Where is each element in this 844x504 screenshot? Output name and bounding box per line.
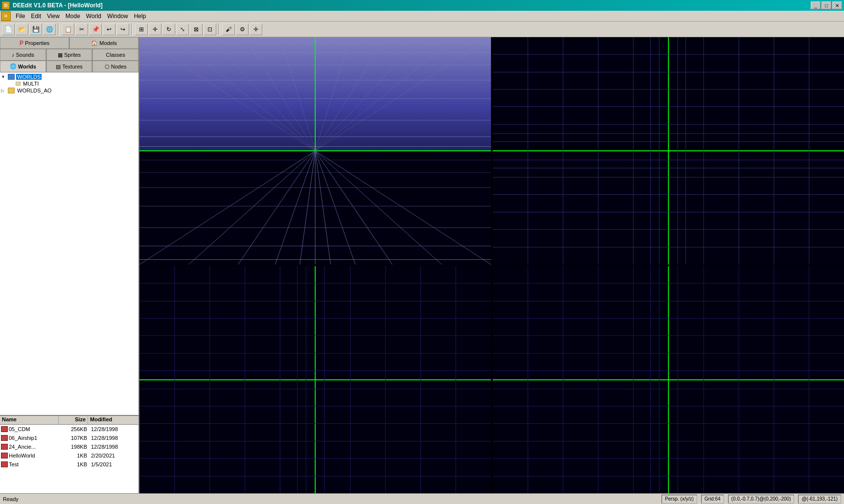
toolbar-globe[interactable]: 🌐 xyxy=(43,23,56,35)
file-list: Name Size Modified 05_CDM 256KB 12/28/19… xyxy=(0,415,138,493)
title-bar: D DEEdit V1.0 BETA - [HelloWorld] _ □ ✕ xyxy=(0,0,844,11)
file-name-3: HelloWorld xyxy=(9,453,60,458)
front-view-grid xyxy=(139,266,491,494)
window-controls[interactable]: _ □ ✕ xyxy=(811,1,842,9)
toolbar-save[interactable]: 💾 xyxy=(29,23,42,35)
nodes-icon: ⬡ xyxy=(105,64,110,70)
file-row-2[interactable]: 24_Ancie... 198KB 12/28/1998 xyxy=(0,442,138,451)
toolbar-zoom-fit[interactable]: ⊠ xyxy=(190,23,203,35)
nodes-label: Nodes xyxy=(111,64,127,69)
viewport-top[interactable] xyxy=(493,37,844,265)
toolbar-select[interactable]: ⊞ xyxy=(135,23,148,35)
tree-item-worlds-ao[interactable]: ▷ WORLDS_AO xyxy=(1,87,137,94)
file-modified-1: 12/28/1998 xyxy=(89,435,138,441)
expand-worlds-ao[interactable]: ▷ xyxy=(1,88,8,93)
menu-app-icon: D xyxy=(1,11,11,21)
tab-nodes[interactable]: ⬡ Nodes xyxy=(92,61,138,72)
file-name-1: 06_Airship1 xyxy=(9,435,60,441)
worlds-label: Worlds xyxy=(18,64,36,69)
menu-edit[interactable]: Edit xyxy=(28,12,44,21)
status-ready: Ready xyxy=(3,496,657,502)
tab-sprites[interactable]: ▦ Sprites xyxy=(46,49,92,60)
tree-label-multi[interactable]: MULTI xyxy=(22,81,40,87)
toolbar-undo[interactable]: ↩ xyxy=(103,23,115,35)
file-size-0: 256KB xyxy=(60,426,89,432)
viewport-side[interactable] xyxy=(493,266,844,494)
tab-models[interactable]: 🏠 Models xyxy=(69,37,138,48)
toolbar-cut[interactable]: ✂ xyxy=(75,23,88,35)
toolbar-crosshair[interactable]: ✛ xyxy=(250,23,262,35)
left-panel: P Properties 🏠 Models ♪ Sounds ▦ Sprites… xyxy=(0,37,139,493)
tab-properties[interactable]: P Properties xyxy=(0,37,69,48)
window-title: DEEdit V1.0 BETA - [HelloWorld] xyxy=(13,2,103,9)
menu-view[interactable]: View xyxy=(44,12,63,21)
viewport-front[interactable] xyxy=(139,266,491,494)
toolbar-open[interactable]: 📂 xyxy=(16,23,28,35)
tab-classes[interactable]: Classes xyxy=(92,49,138,60)
maximize-button[interactable]: □ xyxy=(821,1,831,9)
file-icon-2 xyxy=(1,444,8,450)
side-view-grid xyxy=(493,266,844,494)
close-button[interactable]: ✕ xyxy=(832,1,842,9)
expand-multi: ▷ xyxy=(9,81,16,86)
minimize-button[interactable]: _ xyxy=(811,1,821,9)
tab-row-2: ♪ Sounds ▦ Sprites Classes xyxy=(0,49,138,61)
tab-textures[interactable]: ▤ Textures xyxy=(46,61,92,72)
tree-item-worlds[interactable]: ▼ WORLDS xyxy=(1,73,137,80)
col-name[interactable]: Name xyxy=(0,416,59,424)
file-icon-1 xyxy=(1,435,8,441)
file-modified-2: 12/28/1998 xyxy=(89,444,138,450)
tab-worlds[interactable]: 🌐 Worlds xyxy=(0,61,46,72)
toolbar-sep1 xyxy=(58,23,60,35)
file-modified-3: 2/20/2021 xyxy=(89,453,138,458)
file-icon-0 xyxy=(1,426,8,432)
tab-row-1: P Properties 🏠 Models xyxy=(0,37,138,49)
file-row-3[interactable]: HelloWorld 1KB 2/20/2021 xyxy=(0,451,138,460)
menu-file[interactable]: File xyxy=(13,12,28,21)
expand-worlds[interactable]: ▼ xyxy=(1,74,8,79)
viewport-area[interactable] xyxy=(139,37,844,493)
toolbar-new[interactable]: 📄 xyxy=(2,23,15,35)
toolbar-copy[interactable]: 📋 xyxy=(62,23,74,35)
file-size-1: 107KB xyxy=(60,435,89,441)
menu-help[interactable]: Help xyxy=(131,12,149,21)
col-modified[interactable]: Modified xyxy=(88,416,138,424)
toolbar-sep3 xyxy=(218,23,220,35)
file-row-0[interactable]: 05_CDM 256KB 12/28/1998 xyxy=(0,425,138,434)
tree-label-worlds[interactable]: WORLDS xyxy=(16,74,42,80)
file-list-header: Name Size Modified xyxy=(0,416,138,425)
toolbar-zoom-sel[interactable]: ⊡ xyxy=(204,23,216,35)
toolbar-redo[interactable]: ↪ xyxy=(116,23,129,35)
tree-item-multi[interactable]: ▷ MULTI xyxy=(9,80,137,87)
menu-world[interactable]: World xyxy=(83,12,104,21)
menu-window[interactable]: Window xyxy=(104,12,131,21)
file-size-2: 198KB xyxy=(60,444,89,450)
toolbar-settings[interactable]: ⚙ xyxy=(236,23,249,35)
viewport-perspective[interactable] xyxy=(139,37,491,265)
file-name-0: 05_CDM xyxy=(9,426,60,432)
toolbar-scale[interactable]: ⤡ xyxy=(176,23,189,35)
tree-label-worlds-ao[interactable]: WORLDS_AO xyxy=(16,88,52,93)
file-modified-0: 12/28/1998 xyxy=(89,426,138,432)
models-icon: 🏠 xyxy=(91,40,98,46)
toolbar-paste[interactable]: 📌 xyxy=(89,23,102,35)
col-size[interactable]: Size xyxy=(59,416,88,424)
sounds-label: Sounds xyxy=(16,52,34,58)
properties-icon: P xyxy=(20,40,23,46)
tab-sounds[interactable]: ♪ Sounds xyxy=(0,49,46,60)
file-size-4: 1KB xyxy=(60,461,89,467)
tree-view[interactable]: ▼ WORLDS ▷ MULTI ▷ WORLDS_AO xyxy=(0,72,138,415)
toolbar-sep2 xyxy=(131,23,133,35)
file-icon-4 xyxy=(1,461,8,467)
toolbar-rotate[interactable]: ↻ xyxy=(162,23,175,35)
file-size-3: 1KB xyxy=(60,453,89,458)
toolbar-move[interactable]: ✛ xyxy=(149,23,161,35)
sprites-icon: ▦ xyxy=(58,52,63,58)
menu-mode[interactable]: Mode xyxy=(63,12,83,21)
toolbar-brush[interactable]: 🖌 xyxy=(222,23,235,35)
tree-children-worlds: ▷ MULTI xyxy=(9,80,137,87)
menu-bar: D File Edit View Mode World Window Help xyxy=(0,11,844,22)
file-row-4[interactable]: Test 1KB 1/5/2021 xyxy=(0,460,138,469)
file-row-1[interactable]: 06_Airship1 107KB 12/28/1998 xyxy=(0,434,138,442)
worlds-icon: 🌐 xyxy=(10,63,17,69)
